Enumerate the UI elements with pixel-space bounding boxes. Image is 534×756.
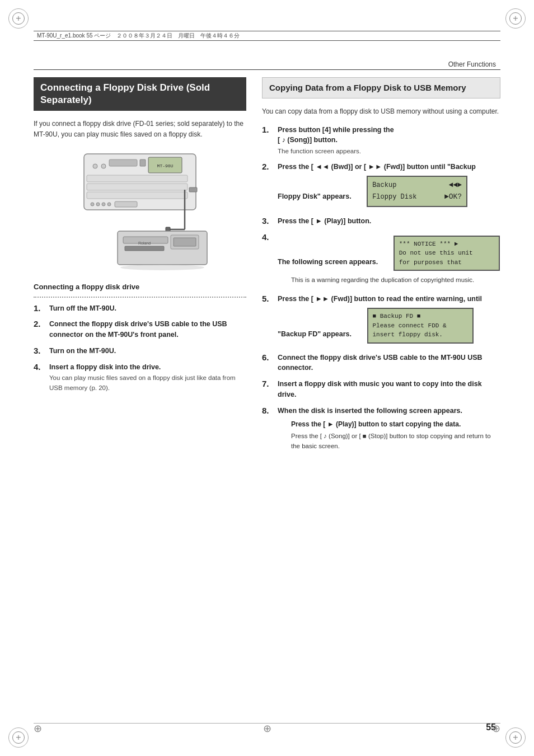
right-step-1: 1. Press button [4] while pressing the […	[262, 125, 500, 157]
bottom-mark-left: ⊕	[34, 722, 42, 735]
svg-rect-5	[109, 159, 137, 166]
right-section-title: Copying Data from a Floppy Disk to USB M…	[262, 77, 500, 98]
reg-mark-tl	[12, 12, 25, 25]
device-illustration: MT-90U	[62, 148, 218, 271]
svg-point-4	[101, 164, 106, 168]
left-intro: If you connect a floppy disk drive (FD-0…	[34, 119, 246, 140]
bottom-marks: ⊕ ⊕ ⊕	[34, 722, 500, 735]
right-column: Copying Data from a Floppy Disk to USB M…	[262, 77, 500, 711]
right-step-6: 6. Connect the floppy disk drive's USB c…	[262, 353, 500, 374]
svg-rect-8	[87, 184, 188, 190]
right-step-2: 2. Press the [ ◄◄ (Bwd)] or [ ►► (Fwd)] …	[262, 162, 500, 210]
right-step-8: 8. When the disk is inserted the followi…	[262, 406, 500, 454]
svg-rect-7	[87, 175, 188, 182]
svg-rect-6	[140, 159, 146, 166]
svg-rect-15	[189, 187, 197, 192]
svg-point-11	[96, 203, 100, 206]
svg-text:Roland: Roland	[138, 241, 151, 245]
reg-mark-tr	[509, 12, 522, 25]
svg-rect-14	[115, 201, 137, 207]
right-step-5: 5. Press the [ ►► (Fwd)] button to read …	[262, 294, 500, 346]
section-label: Other Functions	[448, 60, 496, 68]
lcd-backup-screen: Backup◄◄► Floppy Disk►OK?	[367, 176, 467, 207]
left-step-4: 4. Insert a floppy disk into the drive. …	[34, 362, 246, 393]
svg-rect-23	[125, 246, 164, 251]
page-columns: Connecting a Floppy Disk Drive (Sold Sep…	[34, 77, 500, 711]
reg-mark-br	[509, 731, 522, 744]
left-column: Connecting a Floppy Disk Drive (Sold Sep…	[34, 77, 246, 711]
svg-point-12	[102, 203, 105, 206]
svg-point-13	[107, 203, 111, 206]
header-bar: MT-90U_r_e1.book 55 ページ ２００８年３月２４日 月曜日 午…	[34, 31, 500, 41]
notice-screen: *** NOTICE *** ► Do not use this unit fo…	[394, 236, 500, 271]
bottom-mark-right: ⊕	[492, 722, 500, 735]
right-step-7: 7. Insert a floppy disk with music you w…	[262, 379, 500, 400]
right-step-3: 3. Press the [ ► (Play)] button.	[262, 216, 500, 227]
svg-point-10	[91, 203, 94, 206]
bottom-mark-center: ⊕	[263, 722, 271, 735]
right-step-4: 4. The following screen appears. *** NOT…	[262, 232, 500, 289]
header-file-info: MT-90U_r_e1.book 55 ページ ２００８年３月２４日 月曜日 午…	[37, 32, 240, 40]
dots-divider	[34, 297, 246, 298]
right-intro: You can copy data from a floppy disk to …	[262, 106, 500, 117]
left-step-1: 1. Turn off the MT-90U.	[34, 303, 246, 314]
svg-rect-22	[174, 238, 196, 246]
svg-point-3	[93, 164, 97, 168]
subsection-heading: Connecting a floppy disk drive	[34, 283, 246, 293]
left-step-3: 3. Turn on the MT-90U.	[34, 346, 246, 356]
svg-text:MT-90U: MT-90U	[157, 163, 174, 168]
svg-rect-9	[87, 192, 188, 199]
backup-fd-screen: ■ Backup FD ■ Please connect FDD & inser…	[367, 308, 474, 344]
left-section-title: Connecting a Floppy Disk Drive (Sold Sep…	[34, 77, 246, 111]
svg-point-25	[120, 265, 204, 270]
reg-mark-bl	[12, 731, 25, 744]
header-rule	[34, 69, 500, 70]
left-step-2: 2. Connect the floppy disk drive's USB c…	[34, 319, 246, 340]
